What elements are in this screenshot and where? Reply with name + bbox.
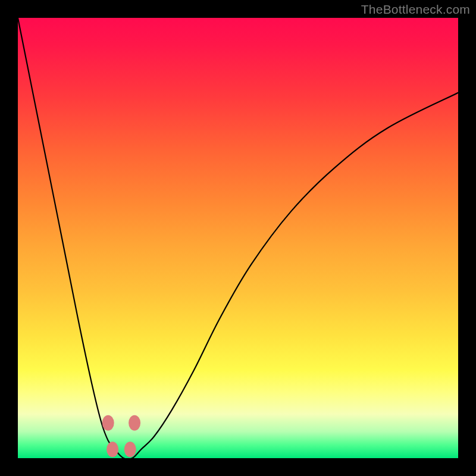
curve-marker — [124, 441, 136, 457]
curve-marker — [129, 415, 140, 431]
curve-layer — [18, 18, 458, 458]
bottleneck-curve — [18, 18, 458, 458]
curve-marker — [102, 415, 114, 431]
curve-marker — [107, 441, 118, 457]
chart-frame: TheBottleneck.com — [0, 0, 476, 476]
plot-area — [18, 18, 458, 458]
watermark-text: TheBottleneck.com — [361, 2, 470, 17]
curve-markers — [102, 415, 140, 457]
